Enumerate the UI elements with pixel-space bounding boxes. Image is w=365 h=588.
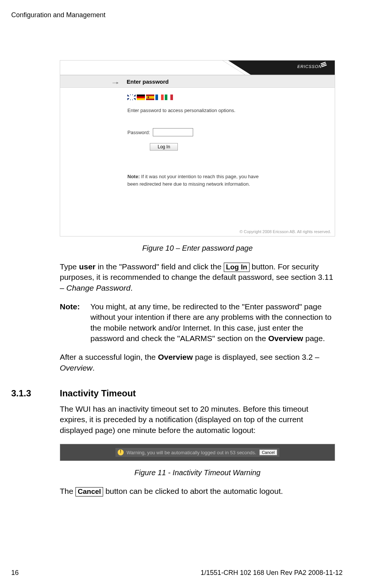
note-label: Note: <box>60 301 90 344</box>
svg-point-7 <box>115 83 116 83</box>
warning-text: Warning, you will be automatically logge… <box>127 450 256 455</box>
ericsson-logo-text: ERICSSON <box>297 64 322 69</box>
password-input[interactable] <box>153 128 193 136</box>
flag-uk-icon[interactable] <box>127 95 136 100</box>
flag-es-icon[interactable] <box>146 95 154 100</box>
enter-password-heading: Enter password <box>127 78 169 85</box>
figure-11-caption: Figure 11 - Inactivity Timeout Warning <box>60 468 335 477</box>
svg-point-6 <box>114 83 115 83</box>
password-label: Password: <box>127 130 150 135</box>
paragraph-timeout: The WUI has an inactivity timeout set to… <box>60 404 335 436</box>
note-redirect: Note: You might, at any time, be redirec… <box>60 301 335 344</box>
page-header: Configuration and Management <box>11 11 343 19</box>
login-button[interactable]: Log In <box>150 143 178 151</box>
login-button-ref: Log In <box>224 263 250 272</box>
section-number: 3.1.3 <box>11 388 60 399</box>
login-redirect-note: Note: If it was not your intention to re… <box>127 173 267 188</box>
svg-point-5 <box>113 83 114 83</box>
copyright-text: © Copyright 2008 Ericsson AB. All rights… <box>239 229 331 234</box>
paragraph-cancel: The Cancel button can be clicked to abor… <box>60 486 335 496</box>
flag-it-icon[interactable] <box>165 95 173 100</box>
section-bar: Enter password <box>60 75 335 88</box>
arrow-icon <box>112 80 119 83</box>
login-instruction: Enter password to access personalization… <box>127 108 267 113</box>
page-number: 16 <box>11 569 19 577</box>
figure-11-timeout-warning: Warning, you will be automatically logge… <box>60 444 335 461</box>
warning-icon <box>118 449 124 455</box>
figure-10-caption: Figure 10 – Enter password page <box>60 244 335 253</box>
cancel-button-ref: Cancel <box>75 487 103 496</box>
flag-fr-icon[interactable] <box>155 95 164 100</box>
figure-10-enter-password: ERICSSON <box>60 60 335 236</box>
doc-reference: 1/1551-CRH 102 168 Uen Rev PA2 2008-11-1… <box>201 569 343 577</box>
section-title: Inactivity Timeout <box>60 388 136 399</box>
flag-de-icon[interactable] <box>137 95 145 100</box>
cancel-button[interactable]: Cancel <box>259 449 277 455</box>
paragraph-type-user: Type user in the "Password" field and cl… <box>60 261 335 293</box>
paragraph-after-login: After a successful login, the Overview p… <box>60 352 335 373</box>
ericsson-banner: ERICSSON <box>60 61 335 75</box>
language-flags <box>127 95 267 100</box>
